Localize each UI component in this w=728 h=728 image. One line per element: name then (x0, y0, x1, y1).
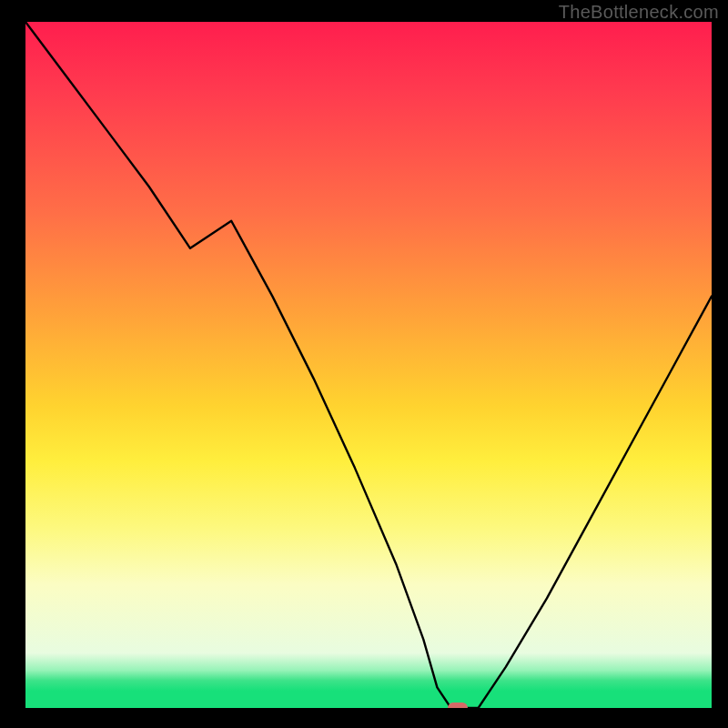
optimal-marker (448, 703, 468, 708)
watermark-text: TheBottleneck.com (559, 2, 719, 23)
chart-frame: TheBottleneck.com (0, 0, 728, 728)
plot-area (25, 22, 712, 708)
bottleneck-curve (25, 22, 712, 708)
